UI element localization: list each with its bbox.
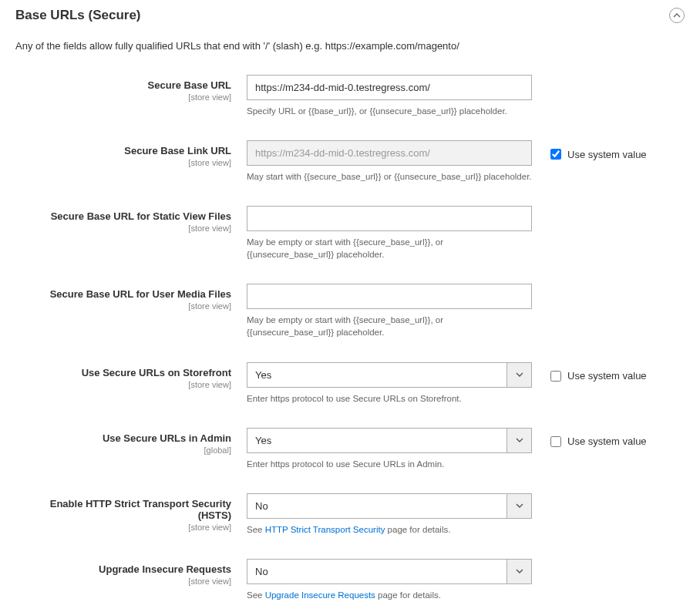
field-scope: [store view]	[15, 92, 231, 102]
field-hint: May be empty or start with {{secure_base…	[247, 314, 532, 338]
field-scope: [store view]	[15, 224, 231, 233]
hint-text: See	[247, 525, 265, 534]
field-label: Secure Base Link URL	[15, 145, 231, 156]
field-hint: May be empty or start with {{secure_base…	[247, 236, 532, 261]
use-system-value-label[interactable]: Use system value	[567, 370, 647, 382]
field-hint: See Upgrade Insecure Requests page for d…	[247, 589, 532, 601]
secure-base-media-input[interactable]	[247, 284, 532, 309]
use-secure-storefront-select[interactable]: Yes	[247, 362, 532, 388]
use-system-value-checkbox[interactable]	[550, 371, 561, 382]
field-label: Upgrade Insecure Requests	[15, 563, 231, 575]
secure-base-link-url-input	[247, 140, 532, 166]
field-hint: Enter https protocol to use Secure URLs …	[247, 392, 532, 405]
use-secure-admin-select[interactable]: Yes	[247, 428, 532, 453]
use-system-value-checkbox[interactable]	[550, 149, 561, 160]
field-scope: [store view]	[15, 577, 231, 586]
hsts-link[interactable]: HTTP Strict Transport Security	[265, 525, 385, 534]
hint-text: page for details.	[385, 525, 450, 534]
field-scope: [store view]	[15, 380, 231, 389]
field-scope: [store view]	[15, 301, 231, 311]
field-label: Secure Base URL for User Media Files	[15, 288, 231, 300]
chevron-up-icon	[673, 10, 681, 22]
field-hint: Specify URL or {{base_url}}, or {{unsecu…	[247, 105, 532, 117]
field-label: Secure Base URL for Static View Files	[15, 210, 231, 222]
field-hint: May start with {{secure_base_url}} or {{…	[247, 170, 532, 183]
field-label: Use Secure URLs on Storefront	[15, 367, 231, 378]
use-system-value-label[interactable]: Use system value	[567, 435, 647, 447]
secure-base-url-input[interactable]	[247, 75, 532, 100]
use-system-value-checkbox[interactable]	[550, 436, 561, 447]
upgrade-insecure-select[interactable]: No	[247, 559, 532, 584]
field-scope: [store view]	[15, 523, 231, 532]
field-label: Secure Base URL	[15, 79, 231, 91]
use-system-value-label[interactable]: Use system value	[567, 149, 647, 160]
field-scope: [store view]	[15, 158, 231, 167]
field-label: Use Secure URLs in Admin	[15, 432, 231, 444]
collapse-button[interactable]	[669, 8, 685, 23]
secure-base-static-input[interactable]	[247, 206, 532, 231]
upgrade-insecure-link[interactable]: Upgrade Insecure Requests	[265, 590, 375, 600]
hint-text: page for details.	[375, 590, 441, 600]
section-title: Base URLs (Secure)	[15, 8, 141, 23]
field-label: Enable HTTP Strict Transport Security (H…	[15, 498, 231, 521]
field-scope: [global]	[15, 446, 231, 455]
hint-text: See	[247, 590, 265, 600]
section-description: Any of the fields allow fully qualified …	[15, 40, 685, 52]
field-hint: See HTTP Strict Transport Security page …	[247, 523, 532, 536]
field-hint: Enter https protocol to use Secure URLs …	[247, 458, 532, 470]
hsts-select[interactable]: No	[247, 493, 532, 519]
